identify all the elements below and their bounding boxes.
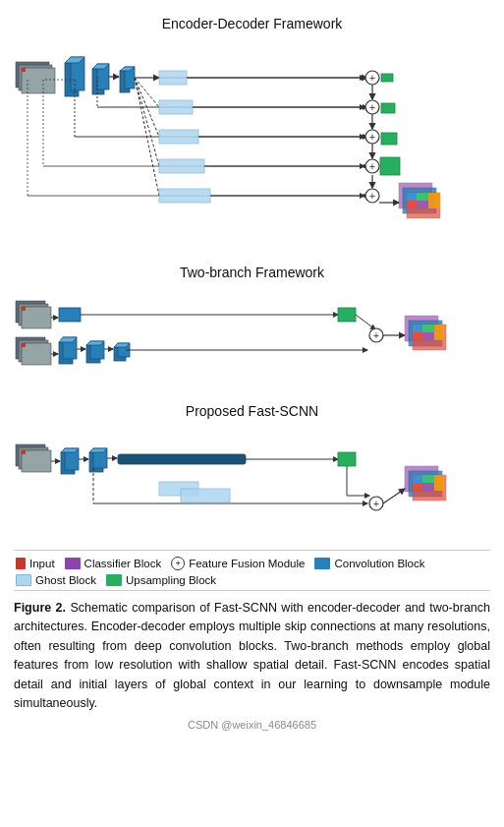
svg-rect-102 [434, 325, 444, 340]
svg-text:+: + [369, 131, 375, 143]
legend-ghost: Ghost Block [16, 574, 96, 586]
legend-ghost-label: Ghost Block [35, 574, 96, 586]
legend-upsampling-label: Upsampling Block [126, 574, 216, 586]
two-branch-title: Two-branch Framework [14, 265, 490, 280]
svg-rect-122 [181, 489, 230, 502]
legend: Input Classifier Block + Feature Fusion … [14, 550, 490, 591]
svg-rect-2 [22, 68, 55, 93]
legend-classifier-label: Classifier Block [84, 558, 162, 569]
svg-rect-69 [22, 307, 26, 311]
upsampling-icon [106, 574, 122, 586]
encoder-decoder-title: Encoder-Decoder Framework [14, 16, 490, 31]
svg-rect-54 [428, 193, 440, 208]
svg-rect-132 [422, 475, 434, 483]
svg-rect-73 [338, 308, 356, 322]
svg-rect-70 [59, 308, 81, 322]
caption-text: Schematic comparison of Fast-SCNN with e… [14, 601, 490, 710]
fast-scnn-title: Proposed Fast-SCNN [14, 403, 490, 419]
svg-rect-41 [381, 133, 397, 145]
svg-rect-56 [159, 71, 187, 85]
svg-rect-131 [413, 475, 422, 483]
legend-feature-fusion-label: Feature Fusion Module [189, 558, 305, 569]
diagram-area: Encoder-Decoder Framework [14, 10, 490, 550]
svg-rect-134 [422, 483, 434, 491]
watermark: CSDN @weixin_46846685 [14, 719, 490, 731]
legend-input-label: Input [29, 558, 55, 569]
svg-rect-98 [413, 325, 422, 332]
svg-rect-118 [338, 452, 356, 466]
svg-rect-51 [417, 193, 428, 201]
svg-rect-133 [413, 483, 422, 491]
svg-rect-105 [22, 450, 51, 472]
svg-line-17 [135, 78, 159, 166]
svg-text:+: + [373, 498, 379, 509]
svg-rect-53 [417, 201, 428, 208]
svg-text:+: + [369, 160, 375, 172]
svg-line-127 [383, 489, 405, 503]
svg-rect-59 [159, 159, 204, 173]
classifier-icon [65, 558, 81, 569]
svg-rect-101 [422, 332, 434, 340]
svg-rect-135 [434, 475, 444, 491]
input-icon [16, 558, 26, 569]
svg-rect-99 [422, 325, 434, 332]
svg-text:+: + [369, 190, 375, 202]
svg-rect-68 [22, 307, 51, 328]
legend-convolution-label: Convolution Block [334, 558, 424, 569]
two-branch-svg: + [14, 286, 490, 394]
svg-rect-58 [159, 130, 198, 144]
svg-text:+: + [369, 72, 375, 84]
svg-rect-57 [159, 100, 193, 114]
svg-rect-106 [22, 450, 26, 454]
svg-rect-100 [413, 332, 422, 340]
svg-rect-78 [22, 343, 26, 347]
fast-scnn-svg: + [14, 425, 490, 543]
svg-rect-77 [22, 343, 51, 365]
figure-caption: Figure 2. Schematic comparison of Fast-S… [14, 599, 490, 713]
svg-rect-52 [407, 201, 417, 208]
caption-label: Figure 2. [14, 601, 66, 615]
figure-container: Encoder-Decoder Framework [14, 10, 490, 731]
svg-rect-60 [159, 189, 210, 203]
svg-rect-50 [407, 193, 417, 201]
svg-line-74 [356, 315, 375, 329]
encoder-decoder-svg: + + + + + [14, 37, 490, 254]
ghost-icon [16, 574, 31, 586]
svg-rect-42 [380, 157, 400, 175]
legend-input: Input [16, 557, 55, 570]
feature-fusion-icon: + [171, 557, 185, 570]
legend-classifier: Classifier Block [65, 557, 162, 570]
convolution-icon [314, 558, 330, 569]
svg-rect-39 [381, 74, 393, 82]
svg-rect-40 [381, 103, 395, 113]
svg-text:+: + [373, 329, 379, 341]
legend-feature-fusion: + Feature Fusion Module [171, 557, 305, 570]
legend-convolution: Convolution Block [314, 557, 424, 570]
svg-rect-116 [118, 454, 246, 464]
svg-text:+: + [369, 101, 375, 113]
legend-upsampling: Upsampling Block [106, 574, 216, 586]
svg-rect-3 [22, 68, 26, 72]
